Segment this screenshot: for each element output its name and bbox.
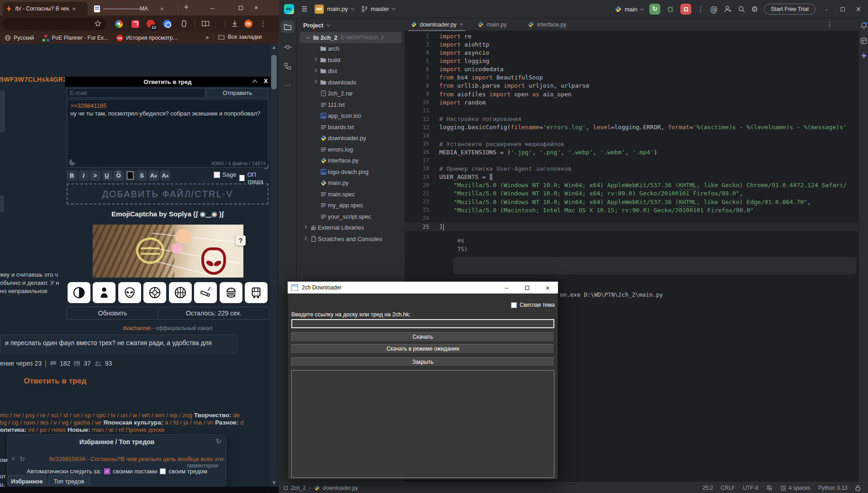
browser-tab-secondary[interactable]: --------------------MA × [90,2,175,16]
page-scrollbar[interactable]: ▲ ▼ [270,44,278,487]
file-encoding[interactable]: UTF-8 [743,485,758,491]
search-icon[interactable] [738,5,745,13]
database-tool-icon[interactable] [860,37,868,44]
photos-extension-icon[interactable] [114,19,123,28]
tree-item-arch[interactable]: arch [297,43,405,55]
statusbar-breadcrumb[interactable]: 2ch_2 › downloader.py [284,483,358,493]
address-bar[interactable] [3,18,106,30]
chevron-right-icon[interactable] [313,80,317,84]
dialog-minimize-button[interactable]: – [496,282,517,294]
pycharm-maximize-button[interactable] [837,6,847,13]
format-quote-button[interactable]: > [90,170,100,181]
captcha-emoji-bus-button[interactable] [245,282,268,303]
tab-favorites[interactable]: Избранное [8,475,46,487]
dialog-maximize-button[interactable] [517,282,537,294]
format-italic-button[interactable]: I [79,170,89,181]
new-tab-button[interactable]: + [181,3,192,12]
tab-close-icon[interactable]: × [72,5,76,12]
board-link[interactable]: a / fd / ja / ma / vn [165,419,213,426]
follow-thread-checkbox[interactable] [160,468,166,474]
board-link[interactable]: d [240,419,243,426]
tree-item-downloads[interactable]: downloads [297,77,405,88]
red-extension-icon[interactable] [131,19,140,28]
board-link[interactable]: de [233,412,240,419]
debug-button[interactable] [666,5,674,13]
bookmark-star-icon[interactable] [93,19,102,28]
rerun-button[interactable]: ↻ [649,4,660,15]
light-theme-option[interactable]: Светлая тема [511,302,555,308]
tree-item-external-libraries[interactable]: External Libraries [297,222,405,234]
tree-item-scratches-and-consoles[interactable]: Scratches and Consoles [297,233,405,245]
file-dropzone[interactable]: ДОБАВИТЬ ФАЙЛ/CTRL-V [67,184,268,205]
code-editor[interactable]: 2import re3import aiohttp4import asyncio… [405,31,858,246]
op-option[interactable]: ОП треда [239,171,270,185]
tree-item-logo-dvach-png[interactable]: logo-dvach.png [297,166,405,178]
bookmarks-overflow-chevron[interactable]: » [205,34,209,41]
submit-button[interactable]: Отправить [206,88,268,98]
board-link[interactable]: bg / cg / ruvn / tes / v / vg / gacha / … [0,419,102,426]
follow-posts-checkbox[interactable]: ✓ [104,468,110,474]
board-link[interactable]: int / po / news [28,426,66,433]
tree-item-111-txt[interactable]: 111.txt [297,99,405,110]
profile-avatar[interactable]: m [244,19,253,28]
more-actions-icon[interactable]: ⋮ [697,5,704,13]
board-link[interactable]: man / ai / nf [92,426,124,433]
stop-button[interactable] [680,4,691,15]
ai-assistant-star-icon[interactable] [860,52,868,59]
add-user-icon[interactable] [724,5,732,13]
url-input[interactable] [291,319,554,328]
notifications-off-icon[interactable] [766,485,773,491]
close-dialog-button[interactable]: Закрыть [291,357,554,367]
project-tool-button[interactable] [281,21,295,33]
main-menu-icon[interactable]: ☰ [301,5,307,13]
dialog-titlebar[interactable]: 2ch Downloader – × [288,282,558,294]
editor-tab-main[interactable]: main.py [473,18,517,31]
reply-form-header[interactable]: Ответить в тред X [65,77,270,87]
reply-form-close-button[interactable]: X [262,78,269,86]
captcha-help-button[interactable]: ? [236,236,246,246]
tree-item-downloader-py[interactable]: downloader.py [297,133,405,144]
comment-textarea[interactable]: >>328841165 ну че ты там, посмотрел-убед… [67,99,268,168]
chevron-right-icon[interactable] [303,236,307,240]
chevron-down-icon[interactable] [306,35,310,39]
tab-options-icon[interactable]: ⋮ [826,21,833,28]
caret-position[interactable]: 25:2 [702,485,713,491]
chevron-right-icon[interactable] [313,68,317,72]
line-separator[interactable]: CRLF [721,485,735,491]
editor-tab-interface[interactable]: interface.py [523,18,576,31]
tree-item-2ch-2[interactable]: 2ch_2D:\WD\PTN\2ch_2 [300,32,402,43]
reply-to-thread-link[interactable]: Ответить в тред [24,377,86,386]
browser-minimize-button[interactable]: – [206,2,218,14]
format-sub-button[interactable]: Aa [160,170,170,181]
dvachannel-link[interactable]: dvachannel [123,325,151,331]
dialog-close-button[interactable]: × [537,282,558,294]
favorite-remove-icon[interactable]: × [11,455,15,462]
captcha-emoji-alien-button[interactable] [118,282,141,303]
format-bold-button[interactable]: B [67,170,77,181]
format-sup-button[interactable]: Aa [148,170,159,181]
tree-item-errors-log[interactable]: errors.log [297,144,405,155]
tree-item-boards-txt[interactable]: boards.txt [297,121,405,133]
captcha-emoji-lifebuoy-button[interactable] [143,282,166,303]
run-config-selector[interactable]: main [615,6,643,13]
captcha-emoji-person-button[interactable] [93,282,116,303]
favorite-thread-link[interactable]: /b/328815934 - Согласны?В чем реально це… [49,456,224,462]
project-selector[interactable]: MP main.py [315,5,354,14]
more-tools-button[interactable]: ⋯ [281,79,295,91]
sage-option[interactable]: Sage [214,171,236,178]
indent-setting[interactable]: 4 spaces [780,485,810,491]
lock-icon[interactable] [855,485,861,491]
downloads-icon[interactable] [230,19,239,28]
chevron-right-icon[interactable] [303,225,307,229]
bookmark-history[interactable]: hh История просмотр... [116,35,178,42]
tab-close-icon[interactable]: × [160,5,164,12]
captcha-emoji-burger-button[interactable] [220,282,242,303]
interpreter-selector[interactable]: Python 3.13 [818,485,847,491]
commit-tool-button[interactable] [281,41,295,53]
captcha-emoji-basketball-button[interactable] [169,282,192,303]
favorites-refresh-icon[interactable]: ↻ [216,437,221,446]
tab-close-icon[interactable]: × [460,21,463,28]
badge-extension-icon[interactable]: 12 [146,19,155,28]
tree-item-interface-py[interactable]: interface.py [297,155,405,167]
board-link[interactable]: Прочие доски [124,426,164,433]
